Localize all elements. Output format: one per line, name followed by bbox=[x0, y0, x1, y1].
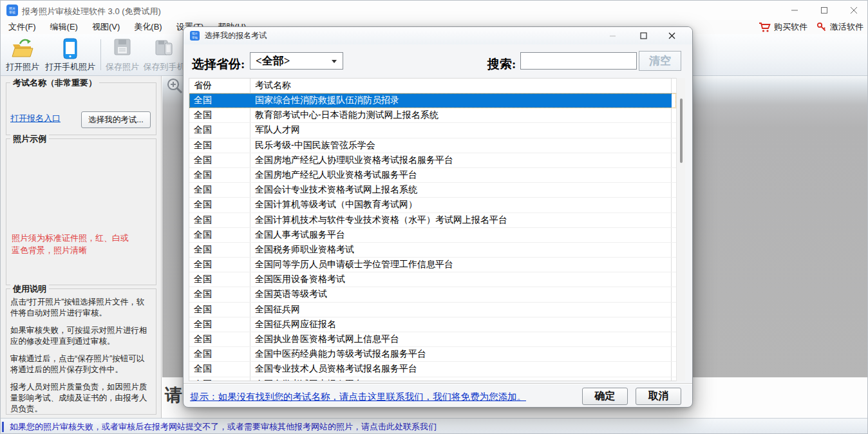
exam-row[interactable]: 全国全国同等学历人员申请硕士学位管理工作信息平台 bbox=[189, 258, 676, 272]
usage-title: 使用说明 bbox=[10, 283, 49, 295]
exam-row-name: 全国人事考试服务平台 bbox=[250, 228, 672, 242]
open-photo-button[interactable]: 打开照片 bbox=[3, 36, 42, 74]
menu-item[interactable]: 视图(V) bbox=[85, 20, 127, 34]
maximize-icon bbox=[820, 6, 828, 14]
dialog-close-button[interactable] bbox=[659, 27, 684, 44]
exam-row-province: 全国 bbox=[189, 303, 250, 317]
exam-row[interactable]: 全国全国征兵网应征报名 bbox=[189, 317, 676, 332]
exam-row-province: 全国 bbox=[189, 93, 250, 108]
dialog-minimize-icon bbox=[609, 32, 616, 39]
dialog-minimize-button[interactable] bbox=[599, 27, 625, 44]
magnifier-plus-icon bbox=[166, 77, 184, 95]
exam-row-province: 全国 bbox=[189, 213, 250, 227]
save-photo-button[interactable]: 保存照片 bbox=[104, 36, 140, 74]
save-photo-icon bbox=[113, 38, 131, 56]
search-input[interactable] bbox=[520, 52, 637, 70]
exam-row-province: 全国 bbox=[189, 377, 250, 381]
exam-row-province: 全国 bbox=[189, 287, 250, 301]
exam-row[interactable]: 全国教育部考试中心-日本语能力测试网上报名系统 bbox=[189, 108, 676, 123]
exam-row-province: 全国 bbox=[189, 347, 250, 361]
exam-row[interactable]: 全国全国自学考试网上报名平台 bbox=[189, 377, 676, 381]
dialog-icon: 照片审核 bbox=[190, 31, 200, 41]
exam-row[interactable]: 全国全国计算机等级考试（中国教育考试网） bbox=[189, 198, 676, 212]
choose-exam-button[interactable]: 选择我的考试... bbox=[81, 111, 151, 128]
exam-row[interactable]: 全国全国税务师职业资格考试 bbox=[189, 243, 676, 258]
menu-item[interactable]: 美化(B) bbox=[127, 20, 169, 34]
province-dropdown[interactable]: <全部> bbox=[250, 52, 343, 70]
exam-row-name: 全国中医药经典能力等级考试报名服务平台 bbox=[250, 347, 672, 361]
exam-row-name: 民乐考级-中国民族管弦乐学会 bbox=[250, 138, 672, 153]
header-province: 省份 bbox=[189, 79, 250, 93]
exam-row-name: 全国医用设备资格考试 bbox=[250, 272, 672, 287]
exam-row-name: 全国计算机技术与软件专业技术资格（水平）考试网上报名平台 bbox=[250, 213, 672, 227]
exam-row[interactable]: 全国军队人才网 bbox=[189, 123, 676, 138]
exam-row-name: 全国同等学历人员申请硕士学位管理工作信息平台 bbox=[250, 258, 672, 272]
exam-row-province: 全国 bbox=[189, 168, 250, 182]
app-icon: 照片审核 bbox=[6, 5, 18, 16]
close-icon bbox=[850, 6, 858, 14]
exam-row-province: 全国 bbox=[189, 138, 250, 153]
open-phone-photo-button[interactable]: 打开手机照片 bbox=[43, 36, 97, 74]
photo-requirement-note: 照片须为标准证件照，红、白或 蓝色背景，照片清晰 bbox=[12, 232, 129, 256]
exam-row[interactable]: 全国全国人事考试服务平台 bbox=[189, 228, 676, 243]
exam-row[interactable]: 全国全国执业兽医资格考试网上信息平台 bbox=[189, 332, 676, 347]
window-title: 报考照片审核处理软件 3.0 (免费试用) bbox=[22, 6, 161, 17]
activate-software-button[interactable]: 激活软件 bbox=[816, 21, 863, 33]
exam-row[interactable]: 全国全国房地产经纪人协理职业资格考试报名服务平台 bbox=[189, 153, 676, 168]
exam-table-header: 省份 考试名称 bbox=[189, 79, 676, 93]
exam-row[interactable]: 全国全国房地产经纪人职业资格考试服务平台 bbox=[189, 168, 676, 183]
exam-row-name: 全国执业兽医资格考试网上信息平台 bbox=[250, 332, 672, 346]
exam-row-name: 教育部考试中心-日本语能力测试网上报名系统 bbox=[250, 108, 672, 122]
exam-row-name: 全国专业技术人员资格考试报名服务平台 bbox=[250, 362, 672, 376]
province-label: 选择省份: bbox=[192, 56, 245, 73]
dialog-close-icon bbox=[668, 32, 675, 39]
exam-row[interactable]: 全国全国中医药经典能力等级考试报名服务平台 bbox=[189, 347, 676, 362]
exam-row-name: 全国税务师职业资格考试 bbox=[250, 243, 672, 257]
save-photo-label: 保存照片 bbox=[106, 61, 139, 73]
buy-software-button[interactable]: 购买软件 bbox=[759, 21, 807, 33]
key-icon bbox=[816, 22, 827, 32]
open-entry-link[interactable]: 打开报名入口 bbox=[10, 113, 61, 124]
exam-row-name: 全国征兵网 bbox=[250, 303, 672, 317]
scrollbar-thumb[interactable] bbox=[680, 99, 683, 163]
exam-row-province: 全国 bbox=[189, 243, 250, 257]
exam-row-province: 全国 bbox=[189, 153, 250, 167]
exam-row[interactable]: 全国全国医用设备资格考试 bbox=[189, 272, 676, 287]
minimize-button[interactable] bbox=[780, 1, 809, 20]
dialog-titlebar: 照片审核 选择我的报名考试 bbox=[184, 27, 692, 44]
exam-row[interactable]: 全国国家综合性消防救援队伍消防员招录 bbox=[189, 93, 676, 108]
menu-item[interactable]: 文件(F) bbox=[1, 20, 43, 34]
exam-row[interactable]: 全国全国计算机技术与软件专业技术资格（水平）考试网上报名平台 bbox=[189, 213, 676, 228]
exam-row[interactable]: 全国全国专业技术人员资格考试报名服务平台 bbox=[189, 362, 676, 377]
open-phone-photo-icon bbox=[63, 38, 77, 59]
clear-button[interactable]: 清空 bbox=[639, 51, 681, 71]
menu-item[interactable]: 编辑(E) bbox=[43, 20, 85, 34]
toolbar-separator bbox=[100, 39, 101, 70]
status-accent bbox=[2, 422, 4, 432]
maximize-button[interactable] bbox=[809, 1, 839, 20]
cancel-button[interactable]: 取消 bbox=[636, 388, 681, 405]
exam-row-province: 全国 bbox=[189, 123, 250, 137]
exam-row[interactable]: 全国全国征兵网 bbox=[189, 303, 676, 317]
status-contact-link[interactable]: 如果您的照片审核失败，或者审核后在报考网站提交不了，或者需要审核其他报考网站的照… bbox=[10, 421, 437, 433]
exam-group-title: 考试名称（非常重要） bbox=[10, 77, 99, 89]
ok-button[interactable]: 确定 bbox=[582, 388, 628, 405]
chevron-down-icon bbox=[332, 60, 337, 63]
zoom-in-button[interactable] bbox=[166, 77, 184, 95]
exam-row[interactable]: 全国全国会计专业技术资格考试网上报名系统 bbox=[189, 183, 676, 198]
dialog-maximize-button[interactable] bbox=[630, 27, 656, 44]
dialog-scrollbar[interactable] bbox=[676, 78, 685, 381]
exam-row[interactable]: 全国民乐考级-中国民族管弦乐学会 bbox=[189, 138, 676, 153]
province-value: <全部> bbox=[256, 53, 290, 68]
close-button[interactable] bbox=[839, 1, 868, 20]
exam-row-name: 全国会计专业技术资格考试网上报名系统 bbox=[250, 183, 672, 197]
save-to-phone-button[interactable]: 保存到手机 bbox=[143, 36, 185, 74]
buy-software-label: 购买软件 bbox=[774, 21, 807, 33]
dialog-title: 选择我的报名考试 bbox=[205, 30, 267, 41]
open-phone-photo-label: 打开手机照片 bbox=[45, 61, 95, 73]
activate-software-label: 激活软件 bbox=[830, 21, 863, 33]
status-bar: 如果您的照片审核失败，或者审核后在报考网站提交不了，或者需要审核其他报考网站的照… bbox=[1, 418, 868, 434]
exam-table-body: 全国国家综合性消防救援队伍消防员招录全国教育部考试中心-日本语能力测试网上报名系… bbox=[189, 93, 676, 381]
tip-contact-link[interactable]: 提示：如果没有找到您的考试名称，请点击这里联系我们，我们将免费为您添加。 bbox=[190, 391, 526, 403]
exam-row[interactable]: 全国全国英语等级考试 bbox=[189, 287, 676, 302]
